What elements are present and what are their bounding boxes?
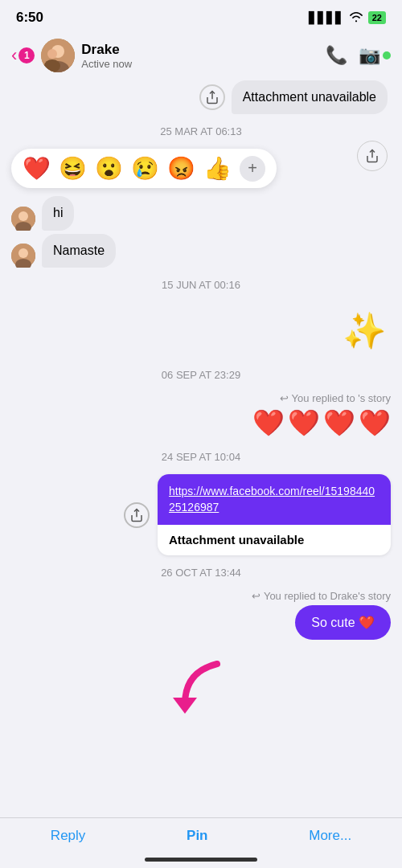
reply-button[interactable]: Reply	[51, 828, 85, 844]
namaste-message-row: Namaste	[11, 234, 391, 268]
emoji-thumbsup[interactable]: 👍	[203, 155, 232, 182]
heart-3: ❤️	[323, 407, 355, 438]
link-body: Attachment unavailable	[158, 525, 391, 555]
reply-arrow-icon-2: ↩	[252, 590, 260, 602]
emoji-heart[interactable]: ❤️	[23, 155, 51, 182]
link-header: https://www.facebook.com/reel/1519844025…	[158, 474, 391, 525]
back-button[interactable]: ‹ 1	[11, 45, 35, 66]
notification-badge: 1	[18, 47, 35, 63]
heart-2: ❤️	[288, 407, 320, 438]
pink-arrow-area	[11, 648, 391, 712]
date-sep-mar: 25 MAR AT 06:13	[11, 125, 391, 137]
chat-header: ‹ 1 Drake Active now 📞 📷	[0, 32, 402, 80]
sparkles-emoji: ✨	[343, 310, 384, 350]
action-bar-divider	[0, 817, 402, 818]
hi-bubble: hi	[42, 196, 74, 230]
so-cute-text: So cute ❤️	[311, 615, 375, 630]
hearts-row: ❤️ ❤️ ❤️ ❤️	[11, 407, 391, 438]
so-cute-bubble: So cute ❤️	[295, 605, 391, 640]
reply-arrow-icon-1: ↩	[280, 392, 289, 404]
date-sep-oct: 26 OCT AT 13:44	[11, 567, 391, 579]
attachment-unavailable-top-bubble: Attachment unavailable	[232, 80, 388, 114]
heart-4: ❤️	[359, 407, 391, 438]
emoji-angry[interactable]: 😡	[167, 155, 195, 182]
namaste-bubble: Namaste	[42, 234, 116, 268]
sparkles-message: ✨	[11, 302, 391, 358]
home-indicator	[145, 858, 257, 862]
hi-message-row: hi	[11, 196, 391, 230]
date-sep-jun: 15 JUN AT 00:16	[11, 279, 391, 291]
chat-area: Attachment unavailable 25 MAR AT 06:13 ❤…	[0, 80, 402, 809]
action-bar-items: Reply Pin More...	[0, 828, 402, 844]
header-actions: 📞 📷	[326, 45, 391, 66]
attachment-top-row: Attachment unavailable	[11, 80, 391, 114]
share-button-top[interactable]	[199, 84, 225, 110]
video-camera-icon: 📷	[359, 45, 380, 66]
attachment-unavailable-label: Attachment unavailable	[169, 533, 304, 547]
svg-point-8	[18, 211, 28, 221]
contact-name: Drake	[81, 42, 319, 58]
link-share-row: https://www.facebook.com/reel/1519844025…	[11, 474, 391, 555]
emoji-reaction-bar: ❤️ 😆 😮 😢 😡 👍 +	[11, 149, 277, 188]
status-bar: 6:50 ▋▋▋▋ 22	[0, 0, 402, 32]
contact-status: Active now	[81, 58, 319, 70]
link-url[interactable]: https://www.facebook.com/reel/1519844025…	[169, 485, 375, 514]
heart-1: ❤️	[252, 407, 285, 438]
more-button[interactable]: More...	[309, 828, 351, 844]
status-icons: ▋▋▋▋ 22	[309, 11, 386, 25]
story-reply-label-2: ↩ You replied to Drake's story	[252, 590, 391, 602]
story-reply-label-1: ↩ You replied to 's story	[11, 392, 391, 404]
status-time: 6:50	[16, 10, 43, 26]
signal-icon: ▋▋▋▋	[309, 11, 344, 24]
pink-arrow	[169, 656, 233, 728]
phone-button[interactable]: 📞	[326, 45, 347, 66]
active-dot	[383, 51, 391, 59]
wifi-icon	[349, 11, 363, 25]
video-button[interactable]: 📷	[359, 45, 391, 66]
sender-avatar-namaste	[11, 244, 35, 268]
svg-marker-15	[173, 698, 197, 714]
so-cute-row: So cute ❤️	[11, 605, 391, 640]
story-reply-drake-row: ↩ You replied to Drake's story	[11, 590, 391, 602]
emoji-cry[interactable]: 😢	[131, 155, 159, 182]
svg-point-3	[47, 49, 57, 59]
facebook-link-bubble[interactable]: https://www.facebook.com/reel/1519844025…	[158, 474, 391, 555]
avatar[interactable]	[41, 39, 75, 72]
sender-avatar-hi	[11, 207, 35, 231]
svg-point-11	[18, 248, 28, 258]
emoji-laugh[interactable]: 😆	[59, 155, 87, 182]
date-sep-sep24: 24 SEP AT 10:04	[11, 451, 391, 463]
more-reactions-button[interactable]: +	[240, 156, 265, 182]
chevron-left-icon: ‹	[11, 45, 17, 66]
pin-button[interactable]: Pin	[187, 828, 207, 844]
contact-info: Drake Active now	[81, 42, 319, 70]
emoji-wow[interactable]: 😮	[95, 155, 123, 182]
avatar-image	[41, 39, 75, 72]
share-link-button[interactable]	[124, 502, 150, 528]
battery-indicator: 22	[368, 11, 386, 24]
share-float-button[interactable]	[357, 141, 388, 171]
date-sep-sep: 06 SEP AT 23:29	[11, 369, 391, 381]
svg-point-4	[44, 59, 60, 72]
